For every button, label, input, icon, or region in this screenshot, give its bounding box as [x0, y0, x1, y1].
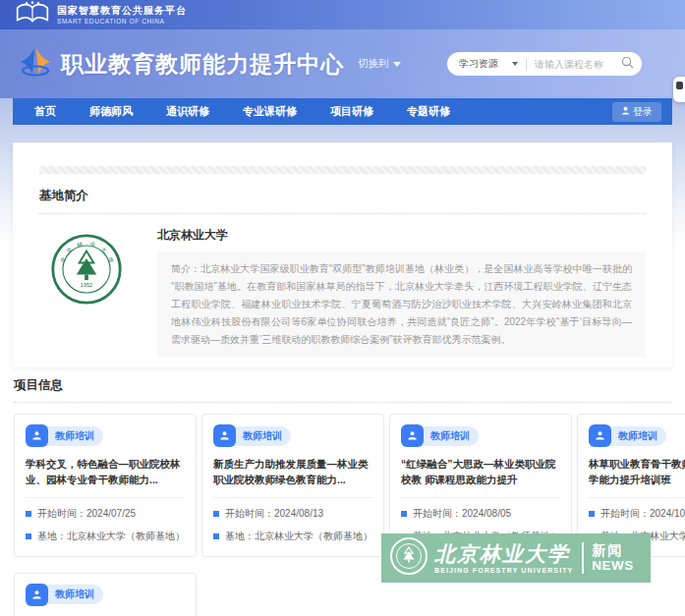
- start-value: 2024/07/25: [86, 508, 136, 519]
- page-title: 职业教育教师能力提升中心: [61, 49, 344, 80]
- base-description: 简介：北京林业大学国家级职业教育“双师型”教师培训基地（林业类），是全国林业高等…: [157, 252, 646, 358]
- project-title: “红绿融合”大思政—林业类职业院校教 师课程思政能力提升: [401, 456, 560, 488]
- card-category-badge: 教师培训: [47, 585, 103, 604]
- platform-name-en: SMART EDUCATION OF CHINA: [57, 17, 187, 26]
- base-value: 北京林业大学（教师基地）: [255, 530, 372, 543]
- watermark-news-block: 新闻 NEWS: [582, 542, 634, 574]
- university-seal: 1952 北 京 林 业 大 学: [39, 227, 134, 358]
- search-input[interactable]: [535, 59, 621, 70]
- start-label: 开始时间：: [225, 507, 274, 521]
- start-label: 开始时间：: [37, 507, 86, 521]
- switch-label: 切换到: [358, 57, 389, 71]
- base-intro-card: 基地简介 1952 北 京 林 业 大 学: [13, 142, 672, 367]
- center-header: 职业教育教师能力提升中心 切换到 学习资源: [0, 29, 685, 98]
- open-book-logo-icon: [16, 1, 49, 28]
- login-button[interactable]: 登录: [612, 102, 661, 122]
- chevron-down-icon: [393, 62, 401, 67]
- search-icon[interactable]: [621, 55, 634, 73]
- bullet-icon: [26, 511, 31, 517]
- switch-center-dropdown[interactable]: 切换到: [358, 57, 401, 71]
- bfu-news-watermark: 北京林业大学 BEIJING FORESTRY UNIVERSITY 新闻 NE…: [381, 533, 651, 583]
- card-category-badge: 教师培训: [610, 426, 666, 446]
- card-category-badge: 教师培训: [47, 426, 103, 446]
- bullet-icon: [213, 533, 219, 539]
- nav-item-project-training[interactable]: 项目研修: [330, 104, 373, 119]
- login-label: 登录: [633, 105, 653, 119]
- banner-placeholder-strip: [39, 166, 646, 174]
- start-label: 开始时间：: [413, 507, 462, 521]
- base-intro-title: 基地简介: [39, 188, 646, 204]
- project-card[interactable]: 教师培训 新质生产力助推发展质量—林业类职业院校教师绿色教育能力... 开始时间…: [201, 414, 384, 557]
- bullet-icon: [213, 511, 219, 517]
- watermark-university-cn: 北京林业大学: [434, 543, 573, 564]
- page: 国家智慧教育公共服务平台 SMART EDUCATION OF CHINA 职业…: [0, 0, 685, 616]
- bullet-icon: [26, 533, 31, 539]
- floating-edge-widget[interactable]: [673, 77, 685, 102]
- chevron-down-icon: [512, 62, 518, 66]
- project-title: 林草职业教育骨干教师课程思政教学能力提升培训班: [589, 456, 685, 488]
- svg-text:业: 业: [89, 241, 96, 248]
- nav-item-general-training[interactable]: 通识研修: [166, 104, 209, 119]
- user-icon: [621, 106, 630, 117]
- start-value: 2024/08/05: [462, 508, 511, 519]
- project-base: 基地：北京林业大学（教师基地）: [26, 530, 185, 543]
- divider: [526, 58, 527, 71]
- teacher-training-icon: [26, 424, 48, 447]
- nav-item-home[interactable]: 首页: [34, 104, 56, 119]
- svg-text:1952: 1952: [81, 283, 92, 289]
- bfu-seal-icon: [389, 536, 428, 580]
- projects-section-title: 项目信息: [14, 377, 672, 394]
- card-category-badge: 教师培训: [235, 426, 291, 446]
- project-start-date: 开始时间：2024/07/25: [26, 507, 185, 521]
- center-logo-icon: [18, 44, 53, 84]
- divider: [401, 497, 560, 498]
- bullet-icon: [589, 511, 595, 517]
- project-title: 学科交叉，特色融合—职业院校林业、园林专业骨干教师能力...: [26, 456, 185, 488]
- start-value: 2024/08/13: [274, 508, 323, 519]
- dotted-divider: [39, 213, 646, 214]
- search-bar: 学习资源: [447, 52, 642, 76]
- search-category-select[interactable]: 学习资源: [459, 57, 518, 71]
- project-start-date: 开始时间：2024/10/15: [589, 507, 685, 521]
- base-label: 基地：: [225, 530, 255, 543]
- project-base: 基地：北京林业大学（教师基地）: [213, 530, 372, 543]
- teacher-training-icon: [401, 424, 424, 447]
- divider: [589, 497, 685, 498]
- search-category-value: 学习资源: [459, 57, 498, 71]
- university-name: 北京林业大学: [157, 227, 646, 244]
- card-category-badge: 教师培训: [423, 426, 479, 446]
- nav-item-special-training[interactable]: 专题研修: [407, 104, 450, 119]
- platform-name: 国家智慧教育公共服务平台: [57, 5, 187, 17]
- platform-top-bar: 国家智慧教育公共服务平台 SMART EDUCATION OF CHINA: [0, 0, 685, 29]
- base-value: 北京林业大学（教师基地）: [67, 530, 185, 543]
- base-label: 基地：: [37, 530, 67, 543]
- nav-item-teacher-ethics[interactable]: 师德师风: [89, 104, 133, 119]
- project-card[interactable]: 教师培训 学科交叉，特色融合—职业院校林业、园林专业骨干教师能力... 开始时间…: [14, 414, 197, 557]
- watermark-news-en: NEWS: [592, 558, 634, 574]
- teacher-training-icon: [213, 424, 236, 447]
- teacher-training-icon: [26, 584, 48, 606]
- project-card[interactable]: 教师培训 智慧林业骨干教师研修 开始时间：2024/06/28 基地：北京林业大…: [14, 573, 197, 616]
- project-title: 新质生产力助推发展质量—林业类职业院校教师绿色教育能力...: [213, 456, 372, 488]
- divider: [213, 497, 372, 498]
- main-nav: 首页 师德师风 通识研修 专业课研修 项目研修 专题研修 登录: [13, 98, 672, 125]
- dotted-divider: [14, 402, 672, 403]
- start-label: 开始时间：: [600, 507, 650, 521]
- watermark-news-cn: 新闻: [592, 542, 634, 558]
- bullet-icon: [401, 511, 407, 517]
- project-start-date: 开始时间：2024/08/05: [401, 507, 560, 521]
- start-value: 2024/10/15: [650, 508, 685, 519]
- divider: [26, 497, 185, 498]
- teacher-training-icon: [589, 424, 611, 447]
- watermark-university-en: BEIJING FORESTRY UNIVERSITY: [434, 567, 573, 574]
- nav-item-professional-training[interactable]: 专业课研修: [243, 104, 297, 119]
- edge-widget-icon: [676, 82, 683, 89]
- project-start-date: 开始时间：2024/08/13: [213, 507, 372, 521]
